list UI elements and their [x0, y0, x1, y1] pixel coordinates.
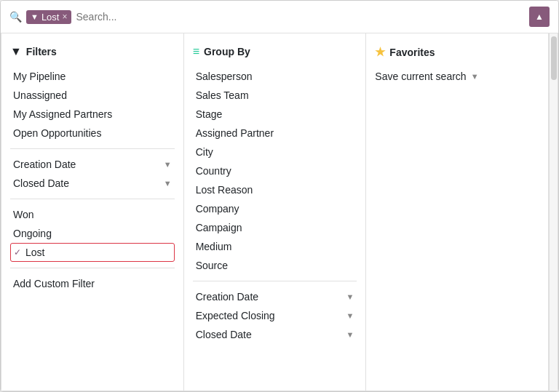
filter-funnel-icon: ▼: [31, 12, 39, 21]
favorites-section: ★ Favorites Save current search ▼: [366, 33, 549, 391]
filter-tag-close-button[interactable]: ×: [62, 12, 67, 22]
scrollbar-thumb[interactable]: [551, 36, 557, 80]
group-by-title: Group By: [204, 46, 250, 57]
group-by-basic-list: Salesperson Sales Team Stage Assigned Pa…: [193, 67, 357, 275]
divider-1: [10, 148, 175, 149]
filters-date-list: Creation Date ▼ Closed Date ▼: [10, 155, 175, 193]
closed-date-arrow-icon: ▼: [164, 179, 172, 188]
filter-open-opportunities[interactable]: Open Opportunities: [10, 124, 175, 143]
groupby-closed-date-arrow-icon: ▼: [346, 330, 354, 339]
save-search-label: Save current search: [375, 71, 466, 82]
filter-closed-date[interactable]: Closed Date ▼: [10, 174, 175, 193]
group-by-header: ≡ Group By: [193, 45, 357, 58]
groupby-medium[interactable]: Medium: [193, 237, 357, 256]
groupby-closed-date[interactable]: Closed Date ▼: [193, 325, 357, 344]
groupby-expected-closing[interactable]: Expected Closing ▼: [193, 306, 357, 325]
groupby-creation-date-arrow-icon: ▼: [346, 292, 354, 301]
groupby-salesperson[interactable]: Salesperson: [193, 67, 357, 86]
add-custom-filter[interactable]: Add Custom Filter: [10, 274, 175, 293]
groupby-creation-date[interactable]: Creation Date ▼: [193, 287, 357, 306]
filter-won[interactable]: Won: [10, 205, 175, 224]
filters-title: Filters: [26, 46, 57, 57]
filter-lost[interactable]: ✓ Lost: [10, 243, 175, 262]
filter-tag-lost[interactable]: ▼ Lost ×: [26, 10, 71, 24]
groupby-divider: [193, 281, 357, 281]
favorites-star-icon: ★: [375, 45, 385, 59]
filter-my-assigned-partners[interactable]: My Assigned Partners: [10, 105, 175, 124]
groupby-expected-closing-arrow-icon: ▼: [346, 311, 354, 320]
filter-header-icon: ▼: [10, 45, 22, 58]
groupby-sales-team[interactable]: Sales Team: [193, 86, 357, 105]
favorites-header: ★ Favorites: [375, 45, 539, 59]
filter-my-pipeline[interactable]: My Pipeline: [10, 67, 175, 86]
groupby-city[interactable]: City: [193, 143, 357, 161]
group-by-section: ≡ Group By Salesperson Sales Team Stage …: [184, 33, 367, 391]
filters-status-list: Won Ongoing ✓ Lost: [10, 205, 175, 262]
search-bar: 🔍 ▼ Lost × ▲: [1, 1, 558, 33]
groupby-campaign[interactable]: Campaign: [193, 218, 357, 237]
favorites-title: Favorites: [389, 47, 435, 58]
filter-unassigned[interactable]: Unassigned: [10, 86, 175, 105]
scrollbar-track[interactable]: [549, 33, 558, 391]
creation-date-arrow-icon: ▼: [164, 160, 172, 169]
divider-3: [10, 268, 175, 268]
save-search-arrow-icon: ▼: [471, 72, 479, 81]
groupby-source[interactable]: Source: [193, 256, 357, 275]
filter-creation-date[interactable]: Creation Date ▼: [10, 155, 175, 174]
search-toggle-button[interactable]: ▲: [529, 7, 550, 27]
dropdown-panel: ▼ Filters My Pipeline Unassigned My Assi…: [1, 33, 558, 391]
save-current-search[interactable]: Save current search ▼: [375, 68, 539, 85]
filter-ongoing[interactable]: Ongoing: [10, 224, 175, 243]
group-by-header-icon: ≡: [193, 45, 199, 58]
divider-2: [10, 199, 175, 199]
search-input[interactable]: [76, 11, 525, 23]
filter-tag-label: Lost: [41, 12, 60, 23]
groupby-country[interactable]: Country: [193, 161, 357, 180]
group-by-date-list: Creation Date ▼ Expected Closing ▼ Close…: [193, 287, 357, 344]
filters-basic-list: My Pipeline Unassigned My Assigned Partn…: [10, 67, 175, 143]
groupby-lost-reason[interactable]: Lost Reason: [193, 180, 357, 199]
groupby-stage[interactable]: Stage: [193, 105, 357, 124]
groupby-company[interactable]: Company: [193, 199, 357, 218]
lost-check-icon: ✓: [14, 247, 21, 257]
search-icon: 🔍: [9, 11, 22, 23]
filters-header: ▼ Filters: [10, 45, 175, 58]
filters-section: ▼ Filters My Pipeline Unassigned My Assi…: [1, 33, 184, 391]
chevron-up-icon: ▲: [535, 12, 544, 22]
groupby-assigned-partner[interactable]: Assigned Partner: [193, 124, 357, 143]
main-window: 🔍 ▼ Lost × ▲ ▼ Filters My Pipeline Unass…: [0, 0, 559, 392]
